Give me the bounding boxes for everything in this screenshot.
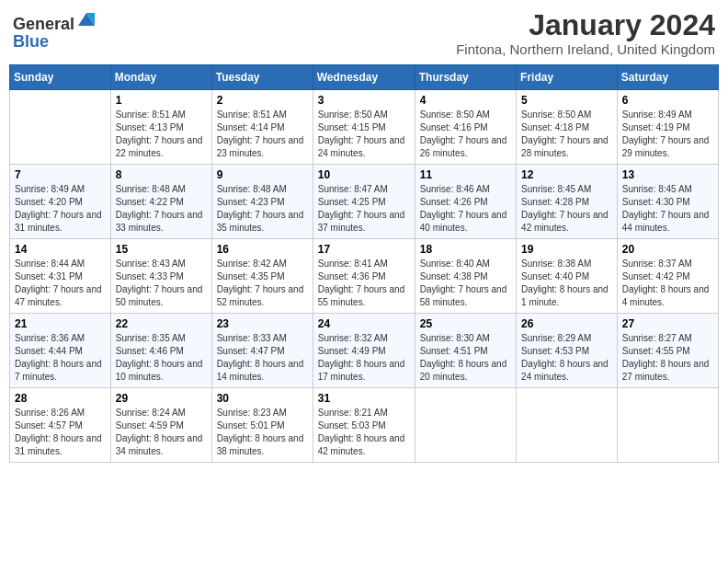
day-number: 3 [318,94,410,107]
day-detail: Sunrise: 8:24 AMSunset: 4:59 PMDaylight:… [116,407,207,458]
day-number: 11 [420,168,511,181]
day-number: 16 [217,243,308,256]
day-detail: Sunrise: 8:35 AMSunset: 4:46 PMDaylight:… [116,332,207,384]
day-detail: Sunrise: 8:50 AMSunset: 4:18 PMDaylight:… [521,109,612,160]
day-number: 31 [318,392,410,405]
day-detail: Sunrise: 8:51 AMSunset: 4:13 PMDaylight:… [116,109,207,160]
day-detail: Sunrise: 8:49 AMSunset: 4:19 PMDaylight:… [622,109,713,160]
weekday-header-saturday: Saturday [617,65,718,90]
calendar-cell: 20Sunrise: 8:37 AMSunset: 4:42 PMDayligh… [617,239,718,314]
calendar-cell: 12Sunrise: 8:45 AMSunset: 4:28 PMDayligh… [517,165,618,239]
day-number: 1 [116,94,207,107]
day-number: 19 [521,243,612,256]
day-number: 18 [420,243,511,256]
day-number: 7 [15,168,106,181]
week-row-5: 28Sunrise: 8:26 AMSunset: 4:57 PMDayligh… [10,388,719,463]
day-detail: Sunrise: 8:36 AMSunset: 4:44 PMDaylight:… [15,332,106,384]
day-number: 10 [318,168,410,181]
title-area: January 2024 Fintona, Northern Ireland, … [456,9,715,57]
calendar-cell: 16Sunrise: 8:42 AMSunset: 4:35 PMDayligh… [211,239,313,314]
day-number: 24 [318,317,410,330]
weekday-header-row: SundayMondayTuesdayWednesdayThursdayFrid… [10,65,719,90]
weekday-header-friday: Friday [517,65,618,90]
calendar-cell [415,388,516,463]
day-detail: Sunrise: 8:32 AMSunset: 4:49 PMDaylight:… [318,332,410,384]
calendar-cell: 27Sunrise: 8:27 AMSunset: 4:55 PMDayligh… [617,314,718,388]
calendar-cell: 23Sunrise: 8:33 AMSunset: 4:47 PMDayligh… [211,314,313,388]
day-detail: Sunrise: 8:37 AMSunset: 4:42 PMDaylight:… [622,258,713,309]
day-number: 9 [217,168,308,181]
calendar-cell: 19Sunrise: 8:38 AMSunset: 4:40 PMDayligh… [517,239,618,314]
day-number: 17 [318,243,410,256]
day-detail: Sunrise: 8:50 AMSunset: 4:15 PMDaylight:… [318,109,410,160]
calendar-cell: 21Sunrise: 8:36 AMSunset: 4:44 PMDayligh… [10,314,111,388]
calendar-cell: 9Sunrise: 8:48 AMSunset: 4:23 PMDaylight… [211,165,313,239]
day-number: 12 [521,168,612,181]
day-detail: Sunrise: 8:46 AMSunset: 4:26 PMDaylight:… [420,183,511,235]
day-detail: Sunrise: 8:38 AMSunset: 4:40 PMDaylight:… [521,258,612,309]
calendar-cell [617,388,718,463]
day-number: 8 [116,168,207,181]
day-number: 30 [217,392,308,405]
calendar-cell: 29Sunrise: 8:24 AMSunset: 4:59 PMDayligh… [110,388,211,463]
calendar-cell: 4Sunrise: 8:50 AMSunset: 4:16 PMDaylight… [415,90,516,165]
weekday-header-sunday: Sunday [10,65,111,90]
calendar-cell: 5Sunrise: 8:50 AMSunset: 4:18 PMDaylight… [517,90,618,165]
calendar-cell: 8Sunrise: 8:48 AMSunset: 4:22 PMDaylight… [110,165,211,239]
day-number: 22 [116,317,207,330]
day-detail: Sunrise: 8:47 AMSunset: 4:25 PMDaylight:… [318,183,410,235]
day-detail: Sunrise: 8:51 AMSunset: 4:14 PMDaylight:… [217,109,308,160]
day-detail: Sunrise: 8:40 AMSunset: 4:38 PMDaylight:… [420,258,511,309]
calendar-cell: 11Sunrise: 8:46 AMSunset: 4:26 PMDayligh… [415,165,516,239]
day-detail: Sunrise: 8:33 AMSunset: 4:47 PMDaylight:… [217,332,308,384]
calendar-cell: 7Sunrise: 8:49 AMSunset: 4:20 PMDaylight… [10,165,111,239]
day-number: 4 [420,94,511,107]
day-number: 27 [622,317,713,330]
calendar-cell: 28Sunrise: 8:26 AMSunset: 4:57 PMDayligh… [10,388,111,463]
calendar-cell: 22Sunrise: 8:35 AMSunset: 4:46 PMDayligh… [110,314,211,388]
day-number: 29 [116,392,207,405]
day-detail: Sunrise: 8:48 AMSunset: 4:22 PMDaylight:… [116,183,207,235]
location-title: Fintona, Northern Ireland, United Kingdo… [456,41,715,57]
day-number: 6 [622,94,713,107]
day-number: 26 [521,317,612,330]
week-row-1: 1Sunrise: 8:51 AMSunset: 4:13 PMDaylight… [10,90,719,165]
calendar-cell: 1Sunrise: 8:51 AMSunset: 4:13 PMDaylight… [110,90,211,165]
calendar-cell: 6Sunrise: 8:49 AMSunset: 4:19 PMDaylight… [617,90,718,165]
day-detail: Sunrise: 8:49 AMSunset: 4:20 PMDaylight:… [15,183,106,235]
weekday-header-thursday: Thursday [415,65,516,90]
calendar-cell: 30Sunrise: 8:23 AMSunset: 5:01 PMDayligh… [211,388,313,463]
calendar-cell: 24Sunrise: 8:32 AMSunset: 4:49 PMDayligh… [313,314,415,388]
day-detail: Sunrise: 8:48 AMSunset: 4:23 PMDaylight:… [217,183,308,235]
day-detail: Sunrise: 8:23 AMSunset: 5:01 PMDaylight:… [217,407,308,458]
day-detail: Sunrise: 8:21 AMSunset: 5:03 PMDaylight:… [318,407,410,458]
calendar-cell: 10Sunrise: 8:47 AMSunset: 4:25 PMDayligh… [313,165,415,239]
calendar-table: SundayMondayTuesdayWednesdayThursdayFrid… [9,64,719,463]
weekday-header-tuesday: Tuesday [211,65,313,90]
page-header: General Blue January 2024 Fintona, North… [9,9,719,57]
day-detail: Sunrise: 8:43 AMSunset: 4:33 PMDaylight:… [116,258,207,309]
day-detail: Sunrise: 8:42 AMSunset: 4:35 PMDaylight:… [217,258,308,309]
calendar-cell: 3Sunrise: 8:50 AMSunset: 4:15 PMDaylight… [313,90,415,165]
calendar-cell [10,90,111,165]
day-number: 20 [622,243,713,256]
calendar-cell: 15Sunrise: 8:43 AMSunset: 4:33 PMDayligh… [110,239,211,314]
calendar-cell: 18Sunrise: 8:40 AMSunset: 4:38 PMDayligh… [415,239,516,314]
day-detail: Sunrise: 8:30 AMSunset: 4:51 PMDaylight:… [420,332,511,384]
weekday-header-monday: Monday [110,65,211,90]
day-detail: Sunrise: 8:27 AMSunset: 4:55 PMDaylight:… [622,332,713,384]
week-row-2: 7Sunrise: 8:49 AMSunset: 4:20 PMDaylight… [10,165,719,239]
calendar-cell [517,388,618,463]
day-number: 23 [217,317,308,330]
month-title: January 2024 [456,9,715,41]
logo-blue: Blue [13,32,49,51]
day-detail: Sunrise: 8:29 AMSunset: 4:53 PMDaylight:… [521,332,612,384]
day-detail: Sunrise: 8:44 AMSunset: 4:31 PMDaylight:… [15,258,106,309]
day-detail: Sunrise: 8:26 AMSunset: 4:57 PMDaylight:… [15,407,106,458]
day-number: 5 [521,94,612,107]
calendar-cell: 14Sunrise: 8:44 AMSunset: 4:31 PMDayligh… [10,239,111,314]
day-number: 13 [622,168,713,181]
logo-general: General [13,15,74,33]
logo-icon [76,9,97,29]
calendar-cell: 26Sunrise: 8:29 AMSunset: 4:53 PMDayligh… [517,314,618,388]
